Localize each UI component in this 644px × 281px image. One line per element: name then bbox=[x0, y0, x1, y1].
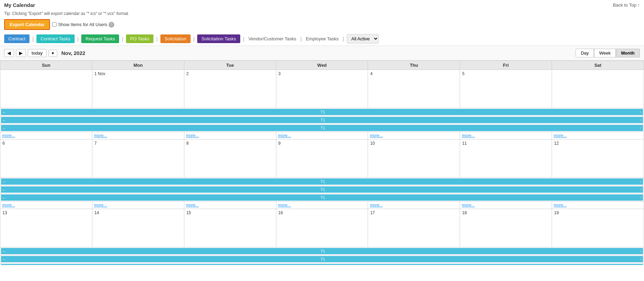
event-bar[interactable]: ↔T1↑ bbox=[1, 248, 643, 254]
calendar-day[interactable]: 17 bbox=[368, 209, 460, 247]
month-view-button[interactable]: Month bbox=[616, 49, 640, 57]
contract-tasks-filter-button[interactable]: Contract Tasks bbox=[36, 34, 75, 43]
event-right-arrow: ↑ bbox=[640, 196, 642, 200]
week-view-button[interactable]: Week bbox=[594, 49, 616, 57]
calendar-nav: ◀ ▶ today ▼ Nov, 2022 Day Week Month bbox=[0, 46, 644, 61]
calendar-day[interactable] bbox=[552, 70, 644, 108]
day-number: 15 bbox=[185, 210, 275, 216]
more-link[interactable]: more... bbox=[277, 202, 368, 208]
event-bar[interactable]: ↔T1↑ bbox=[1, 109, 643, 115]
more-link[interactable]: more... bbox=[93, 133, 184, 139]
event-bar[interactable]: ↔T1↑ bbox=[1, 117, 643, 123]
event-bar[interactable]: ↔T1↑ bbox=[1, 264, 643, 265]
day-number bbox=[1, 71, 91, 72]
day-number: 19 bbox=[553, 210, 643, 216]
calendar-table: Sun Mon Tue Wed Thu Fri Sat 1 Nov2345↔T1… bbox=[0, 61, 644, 265]
calendar-day[interactable]: 8 bbox=[184, 139, 276, 178]
show-all-users-checkbox[interactable] bbox=[52, 22, 57, 27]
day-header-wed: Wed bbox=[276, 61, 368, 70]
calendar-day[interactable]: 11 bbox=[460, 139, 552, 178]
event-left-arrow: ↔ bbox=[2, 110, 6, 114]
event-bar[interactable]: ↔T1↑ bbox=[1, 256, 643, 262]
event-right-arrow: ↑ bbox=[640, 110, 642, 114]
solicitation-tasks-filter-button[interactable]: Solicitation Tasks bbox=[197, 34, 240, 43]
day-number: 16 bbox=[277, 210, 367, 216]
day-number: 8 bbox=[185, 140, 275, 146]
calendar-day[interactable]: 10 bbox=[368, 139, 460, 178]
calendar-day[interactable]: 12 bbox=[552, 139, 644, 178]
calendar-day[interactable]: 6 bbox=[0, 139, 92, 178]
day-number: 5 bbox=[461, 71, 551, 77]
calendar-day[interactable]: 4 bbox=[368, 70, 460, 108]
back-to-top[interactable]: Back to Top ↑ bbox=[613, 2, 640, 8]
more-cell: more... bbox=[184, 132, 276, 139]
more-link[interactable]: more... bbox=[552, 202, 643, 208]
export-calendar-button[interactable]: Export Calendar bbox=[4, 19, 50, 30]
more-cell: more... bbox=[0, 202, 92, 209]
more-link[interactable]: more... bbox=[93, 202, 184, 208]
event-bar[interactable]: ↔T1↑ bbox=[1, 178, 643, 185]
calendar-day[interactable]: 16 bbox=[276, 209, 368, 247]
calendar-day[interactable]: 7 bbox=[92, 139, 184, 178]
today-button[interactable]: today bbox=[28, 49, 47, 57]
event-left-arrow: ↔ bbox=[2, 188, 6, 192]
day-number: 11 bbox=[461, 140, 551, 146]
event-left-arrow: ↔ bbox=[2, 196, 6, 200]
month-dropdown-button[interactable]: ▼ bbox=[49, 50, 57, 57]
calendar-day[interactable]: 9 bbox=[276, 139, 368, 178]
prev-month-button[interactable]: ◀ bbox=[4, 49, 14, 57]
event-label: T1 bbox=[321, 126, 325, 130]
more-cell: more... bbox=[92, 132, 184, 139]
event-right-arrow: ↑ bbox=[640, 126, 642, 130]
more-link[interactable]: more... bbox=[185, 133, 276, 139]
event-label: T1 bbox=[321, 118, 325, 122]
more-cell: more... bbox=[276, 132, 368, 139]
calendar-day[interactable]: 13 bbox=[0, 209, 92, 247]
more-link[interactable]: more... bbox=[368, 133, 459, 139]
event-label: T1 bbox=[321, 195, 325, 200]
calendar-day[interactable]: 3 bbox=[276, 70, 368, 108]
more-link[interactable]: more... bbox=[368, 202, 459, 208]
all-active-select[interactable]: All Active Active Inactive bbox=[347, 34, 379, 43]
more-link[interactable]: more... bbox=[277, 133, 368, 139]
more-link[interactable]: more... bbox=[460, 133, 551, 139]
more-link[interactable]: more... bbox=[552, 133, 643, 139]
solicitation-filter-button[interactable]: Solicitation bbox=[160, 34, 191, 43]
calendar-day[interactable]: 2 bbox=[184, 70, 276, 108]
day-view-button[interactable]: Day bbox=[576, 49, 594, 57]
day-number: 10 bbox=[369, 140, 459, 146]
event-label: T1 bbox=[321, 179, 325, 184]
more-link[interactable]: more... bbox=[460, 202, 551, 208]
more-link[interactable]: more... bbox=[1, 202, 92, 208]
day-number: 13 bbox=[1, 210, 91, 216]
contract-filter-button[interactable]: Contract bbox=[4, 34, 30, 43]
event-bar[interactable]: ↔T1↑ bbox=[1, 194, 643, 201]
calendar-day[interactable]: 19 bbox=[552, 209, 644, 247]
calendar-day[interactable]: 14 bbox=[92, 209, 184, 247]
day-header-sat: Sat bbox=[552, 61, 644, 70]
more-link[interactable]: more... bbox=[185, 202, 276, 208]
more-cell: more... bbox=[460, 202, 552, 209]
calendar-day[interactable]: 1 Nov bbox=[92, 70, 184, 108]
info-icon[interactable]: ? bbox=[109, 22, 114, 27]
calendar-day[interactable]: 15 bbox=[184, 209, 276, 247]
toolbar: Export Calendar Show Items for All Users… bbox=[0, 17, 644, 32]
calendar-day[interactable]: 18 bbox=[460, 209, 552, 247]
day-number: 3 bbox=[277, 71, 367, 77]
vendor-customer-tasks-label: Vendor/Customer Tasks bbox=[247, 36, 298, 41]
request-tasks-filter-button[interactable]: Request Tasks bbox=[81, 34, 119, 43]
calendar-day[interactable]: 5 bbox=[460, 70, 552, 108]
more-cell: more... bbox=[92, 202, 184, 209]
day-header-fri: Fri bbox=[460, 61, 552, 70]
event-bar[interactable]: ↔T1↑ bbox=[1, 125, 643, 131]
show-all-users-label[interactable]: Show Items for All Users ? bbox=[52, 22, 114, 27]
more-cell: more... bbox=[552, 202, 644, 209]
calendar-day[interactable] bbox=[0, 70, 92, 108]
next-month-button[interactable]: ▶ bbox=[16, 49, 26, 57]
more-link[interactable]: more... bbox=[1, 133, 92, 139]
po-tasks-filter-button[interactable]: PO Tasks bbox=[126, 34, 153, 43]
event-right-arrow: ↑ bbox=[640, 180, 642, 184]
event-bar[interactable]: ↔T1↑ bbox=[1, 186, 643, 193]
day-header-sun: Sun bbox=[0, 61, 92, 70]
filter-bar: Contract | Contract Tasks | Request Task… bbox=[0, 32, 644, 46]
